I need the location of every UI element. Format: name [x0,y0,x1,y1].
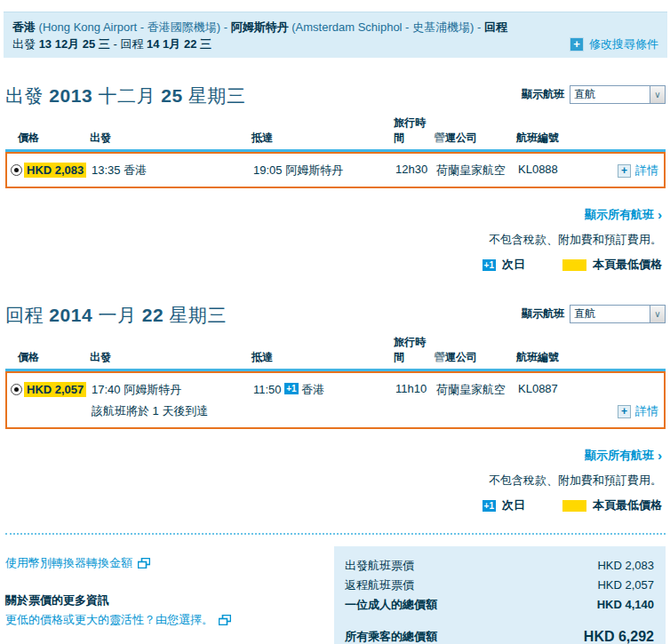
destination-city: 阿姆斯特丹 [231,20,289,34]
outbound-duration: 12h30 [395,163,436,176]
return-tax-note: 不包含稅款、附加費和預訂費用。 [5,473,662,489]
selected-filter-value: 直航 [570,87,650,102]
return-date: 14 1月 22 三 [147,37,211,51]
origin-city: 香港 [12,20,36,34]
return-carrier: 荷蘭皇家航空 [436,382,518,398]
outbound-price: HKD 2,083 [24,163,86,178]
outbound-section-title: 出發 2013 十二月 25 星期三 [5,83,245,108]
trip-type-label: 回程 [484,20,507,34]
lowest-price-legend: 本頁最低價格 [562,257,662,273]
return-flight-radio[interactable] [11,384,22,395]
col-carrier: 營運公司 [435,131,516,146]
adult-total-value: HKD 4,140 [597,595,654,615]
col-carrier: 營運公司 [435,350,516,365]
outbound-tax-note: 不包含稅款、附加費和預訂費用。 [5,232,662,248]
next-day-arrival-note: 該航班將於 1 天後到達 [92,403,253,419]
col-flight-no: 航班編號 [516,350,605,365]
outbound-depart: 13:35 香港 [92,163,253,179]
price-summary-box: 出發航班票價 HKD 2,083 返程航班票價 HKD 2,057 一位成人的總… [334,546,666,644]
col-arrive: 抵達 [251,350,394,365]
outbound-flight-filter: 顯示航班 直航 ∨ [522,85,666,104]
chevron-right-icon: › [658,210,662,220]
origin-airport-detail: (Hong Kong Airport - 香港國際機場) - [36,20,231,34]
external-window-icon [219,615,231,625]
return-price: HKD 2,057 [24,382,86,397]
show-flights-label: 顯示航班 [522,87,564,102]
yellow-swatch-icon [562,259,586,271]
show-flights-label: 顯示航班 [522,306,564,322]
col-price: 價格 [5,350,90,365]
return-arrive: 11:50 +1 香港 [253,382,395,398]
selected-filter-value: 直航 [570,306,650,322]
outbound-table-header: 價格 出發 抵達 旅行時間 營運公司 航班編號 [5,115,666,152]
show-flights-select[interactable]: 直航 ∨ [570,305,666,323]
outbound-carrier: 荷蘭皇家航空 [436,163,518,179]
return-table-header: 價格 出發 抵達 旅行時間 營運公司 航班編號 [5,335,666,371]
show-flights-select[interactable]: 直航 ∨ [570,85,666,104]
dotted-divider [5,533,666,535]
outbound-show-all-link[interactable]: 顯示所有航班 › [585,207,662,223]
return-fare-value: HKD 2,057 [597,576,654,595]
return-details-link[interactable]: + 詳情 [618,403,658,419]
next-day-badge-icon: +1 [483,500,496,512]
col-depart: 出發 [90,131,251,146]
outbound-flight-row[interactable]: HKD 2,083 13:35 香港 19:05 阿姆斯特丹 12h30 荷蘭皇… [5,152,666,188]
col-arrive: 抵達 [251,131,394,146]
next-day-badge-icon: +1 [483,259,496,271]
outbound-flight-radio[interactable] [11,164,22,176]
return-section-title: 回程 2014 一月 22 星期三 [5,303,227,328]
return-fare-row: 返程航班票價 HKD 2,057 [345,576,654,595]
col-depart: 出發 [90,350,251,365]
footer: 使用幣別轉換器轉換金額 關於票價的更多資訊 更低的價格或更大的靈活性？由您選擇。 [4,546,667,644]
yellow-swatch-icon [562,500,586,512]
route-summary-banner: 香港 (Hong Kong Airport - 香港國際機場) - 阿姆斯特丹 … [4,12,667,58]
return-depart: 17:40 阿姆斯特丹 該航班將於 1 天後到達 [92,382,253,419]
return-flight-no: KL0887 [518,382,607,395]
destination-airport-detail: (Amsterdam Schiphol - 史基浦機場) - [289,20,484,34]
chevron-down-icon[interactable]: ∨ [650,306,665,322]
chevron-right-icon: › [658,450,662,461]
lowest-price-legend: 本頁最低價格 [562,497,662,513]
return-section: 回程 2014 一月 22 星期三 顯示航班 直航 ∨ 價格 出發 抵達 旅行時… [4,303,667,513]
col-duration: 旅行時間 [394,335,435,365]
all-passengers-total-row: 所有乘客的總價額 HKD 6,292 [345,627,654,644]
return-show-all-link[interactable]: 顯示所有航班 › [585,448,662,464]
dates-line: 出發 13 12月 25 三 - 回程 14 1月 22 三 [12,36,658,52]
adult-total-row: 一位成人的總價額 HKD 4,140 [345,595,654,615]
outbound-details-link[interactable]: + 詳情 [618,163,658,179]
flight-results-page: 香港 (Hong Kong Airport - 香港國際機場) - 阿姆斯特丹 … [0,0,670,644]
chevron-down-icon[interactable]: ∨ [650,86,665,103]
external-window-icon [138,558,150,568]
plus-icon[interactable]: + [570,37,584,52]
next-day-badge-icon: +1 [284,383,298,394]
outbound-flight-no: KL0888 [518,163,607,176]
currency-converter-link[interactable]: 使用幣別轉換器轉換金額 [5,555,150,571]
return-duration: 11h10 [395,382,436,395]
modify-search-label[interactable]: 修改搜尋條件 [589,36,658,52]
outbound-fare-row: 出發航班票價 HKD 2,083 [345,556,654,576]
outbound-legend: 顯示所有航班 › 不包含稅款、附加費和預訂費用。 +1 次日 本頁最低價格 [5,207,666,273]
fare-info-title: 關於票價的更多資訊 [5,592,334,608]
next-day-legend: +1 次日 [483,497,525,513]
route-line: 香港 (Hong Kong Airport - 香港國際機場) - 阿姆斯特丹 … [12,19,658,36]
col-flight-no: 航班編號 [516,131,605,146]
return-legend: 顯示所有航班 › 不包含稅款、附加費和預訂費用。 +1 次日 本頁最低價格 [5,448,666,513]
all-passengers-total-value: HKD 6,292 [584,627,654,644]
outbound-arrive: 19:05 阿姆斯特丹 [253,163,395,179]
outbound-fare-value: HKD 2,083 [597,556,654,576]
fare-info-link[interactable]: 更低的價格或更大的靈活性？由您選擇。 [5,612,231,628]
col-price: 價格 [5,131,90,146]
return-flight-filter: 顯示航班 直航 ∨ [522,305,666,323]
outbound-section: 出發 2013 十二月 25 星期三 顯示航班 直航 ∨ 價格 出發 抵達 旅行… [4,83,667,273]
plus-icon[interactable]: + [618,405,631,418]
next-day-legend: +1 次日 [483,257,525,273]
col-duration: 旅行時間 [394,115,435,146]
modify-search-button[interactable]: + 修改搜尋條件 [570,36,658,52]
outbound-date: 13 12月 25 三 [39,37,110,51]
return-flight-row[interactable]: HKD 2,057 17:40 阿姆斯特丹 該航班將於 1 天後到達 11:50… [5,371,666,429]
plus-icon[interactable]: + [618,164,631,178]
